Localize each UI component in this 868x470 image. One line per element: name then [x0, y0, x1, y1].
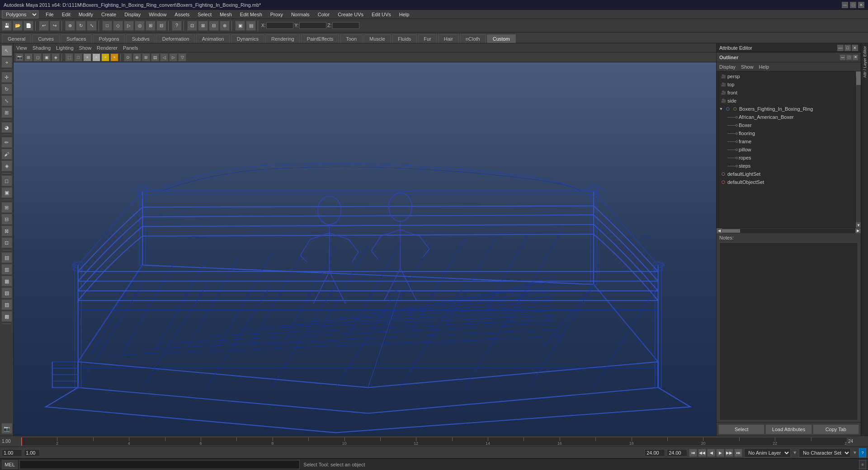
- toolbar-btn-move[interactable]: ⊕: [65, 21, 75, 31]
- maximize-button[interactable]: □: [850, 2, 856, 8]
- toolbar-btn-5[interactable]: ↪: [50, 21, 60, 31]
- layout2-btn[interactable]: ⊠: [1, 226, 12, 236]
- cmd-type-indicator[interactable]: MEL: [2, 460, 18, 469]
- vp-btn-grid[interactable]: ⊞: [142, 53, 150, 61]
- 3d-viewport[interactable]: .wire { stroke: #2244aa; stroke-width: 1…: [14, 62, 716, 436]
- toolbar-btn-4[interactable]: ↩: [39, 21, 49, 31]
- tab-custom[interactable]: Custom: [487, 34, 516, 43]
- menu-help[interactable]: Help: [396, 11, 413, 18]
- vp-btn-res1[interactable]: ◁: [160, 53, 168, 61]
- vp-menu-shading[interactable]: Shading: [33, 45, 51, 51]
- current-frame-input[interactable]: [24, 449, 40, 456]
- menu-modify[interactable]: Modify: [75, 11, 97, 18]
- toolbar-btn-10[interactable]: ⊞: [146, 21, 156, 31]
- vp-btn-res2[interactable]: ▷: [169, 53, 177, 61]
- outliner-item-top[interactable]: 🎥 top: [717, 80, 855, 89]
- tab-muscle[interactable]: Muscle: [363, 34, 391, 43]
- render-view-btn[interactable]: ▣: [1, 187, 12, 198]
- vp-btn-hud[interactable]: ▤: [151, 53, 159, 61]
- outliner-item-light-set[interactable]: ⬡ defaultLightSet: [717, 170, 855, 178]
- char-set-select[interactable]: No Character Set: [799, 448, 851, 457]
- tab-dynamics[interactable]: Dynamics: [231, 34, 264, 43]
- toolbar-btn-2[interactable]: 📂: [13, 21, 23, 31]
- vp-btn-smooth[interactable]: □: [74, 53, 82, 61]
- vp-btn-shading1[interactable]: ▣: [42, 53, 51, 61]
- attr-editor-close[interactable]: ✕: [852, 45, 858, 51]
- toolbar-btn-snap4[interactable]: ⊕: [220, 21, 230, 31]
- menu-edit-mesh[interactable]: Edit Mesh: [236, 11, 266, 18]
- outliner-item-boxer[interactable]: ——o Boxer: [717, 121, 855, 129]
- range-start-input[interactable]: [2, 449, 22, 456]
- tab-deformation[interactable]: Deformation: [156, 34, 195, 43]
- y-coord-input[interactable]: [299, 22, 326, 29]
- toolbar-btn-render2[interactable]: ▤: [246, 21, 256, 31]
- toolbar-btn-11[interactable]: ⊟: [156, 21, 166, 31]
- outliner-menu-show[interactable]: Show: [741, 64, 754, 70]
- select-tool-btn[interactable]: ↖: [1, 45, 12, 56]
- playhead[interactable]: [21, 437, 22, 446]
- menu-select[interactable]: Select: [194, 11, 215, 18]
- workspace-selector[interactable]: Polygons Surfaces Animation Dynamics Ren…: [2, 10, 38, 19]
- menu-edit[interactable]: Edit: [58, 11, 74, 18]
- toolbar-btn-3[interactable]: 📄: [24, 21, 33, 31]
- h-scroll-track[interactable]: [722, 229, 855, 233]
- outliner-item-steps[interactable]: ——o steps: [717, 162, 855, 170]
- vp-btn-light1[interactable]: ☀: [83, 53, 91, 61]
- toolbar-btn-snap2[interactable]: ⊠: [198, 21, 208, 31]
- toolbar-btn-snap3[interactable]: ⊟: [209, 21, 219, 31]
- manip-tool-btn[interactable]: ⊞: [1, 107, 12, 118]
- menu-mesh[interactable]: Mesh: [216, 11, 236, 18]
- toolbar-btn-snap1[interactable]: ⊡: [187, 21, 197, 31]
- toolbar-btn-rotate[interactable]: ↻: [76, 21, 86, 31]
- vp-btn-wire[interactable]: ⬚: [65, 53, 73, 61]
- vp-menu-lighting[interactable]: Lighting: [56, 45, 74, 51]
- menu-color[interactable]: Color: [314, 11, 333, 18]
- vp-menu-renderer[interactable]: Renderer: [97, 45, 118, 51]
- help-indicator[interactable]: ?: [859, 448, 866, 457]
- layout-btn[interactable]: ⊟: [1, 214, 12, 225]
- vp-btn-camera[interactable]: 📷: [15, 53, 24, 61]
- menu-assets[interactable]: Assets: [171, 11, 193, 18]
- vp-menu-panels[interactable]: Panels: [123, 45, 138, 51]
- outliner-item-front[interactable]: 🎥 front: [717, 89, 855, 97]
- vp-btn-joints[interactable]: ⊕: [133, 53, 141, 61]
- layer3-btn[interactable]: ▦: [1, 276, 12, 287]
- outliner-item-frame[interactable]: ——o frame: [717, 137, 855, 146]
- outliner-item-pillow[interactable]: ——o pillow: [717, 146, 855, 154]
- outliner-minimize[interactable]: —: [840, 55, 845, 60]
- outliner-menu-display[interactable]: Display: [719, 64, 736, 70]
- toolbar-btn-12[interactable]: ?: [172, 21, 182, 31]
- next-frame-btn[interactable]: ▶▶: [725, 449, 733, 457]
- move-tool-btn[interactable]: ✛: [1, 72, 12, 83]
- x-coord-input[interactable]: [266, 22, 293, 29]
- load-attributes-button[interactable]: Load Attributes: [765, 424, 811, 434]
- toolbar-btn-9[interactable]: ◎: [135, 21, 145, 31]
- tab-toon[interactable]: Toon: [340, 34, 363, 43]
- timeline-ruler[interactable]: 124681012141618202224: [21, 437, 847, 446]
- scroll-right-arrow[interactable]: ▶: [855, 228, 861, 234]
- attr-editor-minimize[interactable]: —: [837, 45, 844, 51]
- outliner-item-persp[interactable]: 🎥 persp: [717, 72, 855, 80]
- vp-btn-light3[interactable]: ☀: [101, 53, 109, 61]
- vp-btn-shading2[interactable]: ◈: [52, 53, 60, 61]
- vp-btn-res3[interactable]: ▽: [178, 53, 186, 61]
- tab-animation[interactable]: Animation: [196, 34, 230, 43]
- rotate-tool-btn[interactable]: ↻: [1, 84, 12, 94]
- select-button[interactable]: Select: [718, 424, 764, 434]
- outliner-item-side[interactable]: 🎥 side: [717, 97, 855, 105]
- vp-menu-show[interactable]: Show: [79, 45, 92, 51]
- grid-btn[interactable]: ⊞: [1, 202, 12, 213]
- play-btn[interactable]: ▶: [716, 449, 724, 457]
- camera-btn[interactable]: 📷: [1, 423, 12, 434]
- script-editor-btn[interactable]: ≡: [859, 460, 866, 469]
- menu-create-uvs[interactable]: Create UVs: [334, 11, 367, 18]
- playback-end-input[interactable]: 24.00: [667, 449, 687, 456]
- scroll-thumb[interactable]: [856, 71, 861, 85]
- tab-surfaces[interactable]: Surfaces: [61, 34, 92, 43]
- outliner-maximize[interactable]: □: [846, 55, 852, 60]
- outliner-item-ropes[interactable]: ——o ropes: [717, 154, 855, 162]
- tab-rendering[interactable]: Rendering: [265, 34, 300, 43]
- z-coord-input[interactable]: [332, 22, 359, 29]
- tab-ncloth[interactable]: nCloth: [460, 34, 486, 43]
- toolbar-btn-1[interactable]: 💾: [2, 21, 12, 31]
